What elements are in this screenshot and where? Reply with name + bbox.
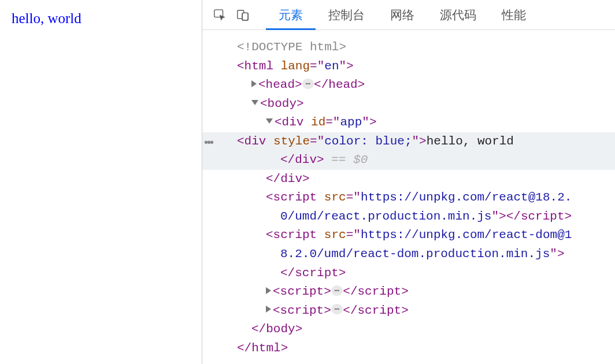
tab-elements[interactable]: 元素 (266, 0, 316, 30)
dom-tree[interactable]: <!DOCTYPE html> <html lang="en"> <head>⋯… (202, 30, 615, 364)
hello-world-text: hello, world (12, 10, 190, 27)
devtools-tabs: 元素 控制台 网络 源代码 性能 (266, 0, 539, 30)
dom-html-close[interactable]: </html> (220, 339, 615, 358)
dom-script-inline-2[interactable]: <script>⋯</script> (220, 302, 615, 321)
dom-script-reactdom[interactable]: <script src="https://unpkg.com/react-dom… (220, 226, 615, 245)
dom-script-react[interactable]: <script src="https://unpkg.com/react@18.… (220, 188, 615, 207)
expand-icon[interactable] (251, 80, 257, 87)
tab-performance[interactable]: 性能 (489, 0, 539, 30)
more-actions-icon[interactable]: ••• (204, 133, 213, 151)
device-toggle-icon[interactable] (231, 3, 254, 27)
expand-icon[interactable] (266, 306, 271, 313)
dom-script-reactdom-wrap[interactable]: 8.2.0/umd/react-dom.production.min.js"> (220, 245, 615, 264)
dom-body-close[interactable]: </body> (220, 320, 615, 339)
dom-head[interactable]: <head>⋯</head> (220, 76, 615, 95)
dom-selected-close[interactable]: </div> == $0 (202, 151, 615, 170)
tab-sources[interactable]: 源代码 (427, 0, 489, 30)
dom-app-close[interactable]: </div> (220, 170, 615, 189)
page-viewport: hello, world (0, 0, 202, 364)
dom-doctype[interactable]: <!DOCTYPE html> (220, 38, 615, 57)
devtools-panel: 元素 控制台 网络 源代码 性能 <!DOCTYPE html> <html l… (202, 0, 615, 364)
ellipsis-icon[interactable]: ⋯ (331, 285, 343, 296)
dom-app-open[interactable]: <div id="app"> (220, 113, 615, 132)
tab-network[interactable]: 网络 (377, 0, 427, 30)
ellipsis-icon[interactable]: ⋯ (331, 304, 343, 314)
expand-icon[interactable] (266, 287, 271, 294)
dom-script-react-wrap[interactable]: 0/umd/react.production.min.js"></script> (220, 207, 615, 226)
svg-rect-2 (242, 13, 248, 20)
ellipsis-icon[interactable]: ⋯ (302, 79, 314, 89)
dom-html-open[interactable]: <html lang="en"> (220, 57, 615, 76)
tab-console[interactable]: 控制台 (316, 0, 377, 30)
dom-selected-node[interactable]: ••• <div style="color: blue;">hello, wor… (202, 132, 615, 151)
collapse-icon[interactable] (251, 100, 258, 105)
dom-script-reactdom-close[interactable]: </script> (220, 264, 615, 283)
collapse-icon[interactable] (266, 118, 273, 124)
devtools-toolbar: 元素 控制台 网络 源代码 性能 (202, 0, 615, 30)
dom-script-inline-1[interactable]: <script>⋯</script> (220, 283, 615, 302)
dom-body-open[interactable]: <body> (220, 95, 615, 114)
inspect-element-icon[interactable] (208, 3, 231, 27)
